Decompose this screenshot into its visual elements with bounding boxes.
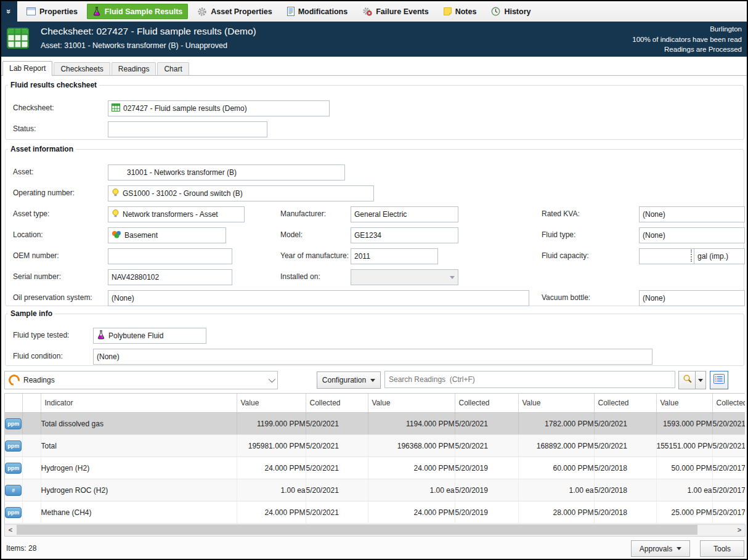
- year-of-manufacture-field[interactable]: 2011: [351, 248, 438, 264]
- toolbar-item-modifications[interactable]: Modifications: [282, 4, 354, 19]
- column-header-value[interactable]: Value: [368, 394, 455, 413]
- column-header-collected[interactable]: Collected: [455, 394, 518, 413]
- value-cell: 24.000 PPM: [368, 457, 455, 479]
- location-label: Location:: [13, 227, 43, 242]
- tools-button[interactable]: Tools: [700, 540, 744, 557]
- toolbar-item-label: Fluid Sample Results: [105, 7, 182, 16]
- table-row-total[interactable]: ppm Total 195981.000 PPM 5/20/2021 19636…: [5, 435, 745, 457]
- search-input[interactable]: [384, 371, 675, 388]
- toolbar-item-label: Asset Properties: [211, 7, 272, 16]
- operating-number-field[interactable]: GS1000 - 31002 - Ground switch (B): [108, 185, 374, 201]
- oem-number-field[interactable]: [108, 248, 232, 264]
- fluid-capacity-field[interactable]: [639, 248, 697, 264]
- readings-view-value: Readings: [23, 376, 55, 384]
- tab-lab-report[interactable]: Lab Report: [2, 61, 52, 76]
- table-row-hydrogen[interactable]: ppm Hydrogen (H2) 24.000 PPM 5/20/2021 2…: [5, 457, 745, 479]
- collected-cell: 5/20/2021: [306, 479, 368, 501]
- rated-kva-value: (None): [643, 210, 665, 219]
- value-cell: 28.000 PPM: [518, 501, 594, 524]
- collected-cell: 5/20/2021: [306, 435, 368, 457]
- collected-cell: 5/20/2021: [712, 413, 745, 435]
- configuration-button[interactable]: Configuration: [317, 371, 381, 389]
- unit-badge-number: #: [5, 485, 22, 496]
- serial-number-field[interactable]: NAV42880102: [108, 269, 232, 285]
- fluid-type-tested-value: Polybutene Fluid: [108, 331, 163, 340]
- chevrons-down-icon: »: [5, 9, 13, 14]
- vacuum-bottle-field[interactable]: (None): [639, 290, 745, 306]
- fluid-type-field[interactable]: (None): [639, 227, 745, 243]
- installed-on-dropdown[interactable]: [351, 269, 458, 285]
- serial-number-label: Serial number:: [13, 269, 61, 284]
- oil-preservation-system-value: (None): [112, 294, 134, 302]
- chevron-down-icon: [677, 547, 681, 550]
- scrollbar-thumb[interactable]: [17, 525, 697, 535]
- operating-number-value: GS1000 - 31002 - Ground switch (B): [123, 189, 243, 198]
- oil-preservation-system-field[interactable]: (None): [108, 290, 529, 306]
- toolbar-item-properties[interactable]: Properties: [21, 4, 83, 19]
- column-chooser-button[interactable]: [710, 371, 728, 389]
- column-header-collected[interactable]: Collected: [712, 394, 745, 413]
- toolbar-item-history[interactable]: History: [486, 4, 536, 19]
- column-header-value[interactable]: Value: [518, 394, 594, 413]
- collected-cell: 5/20/2021: [455, 413, 518, 435]
- collected-cell: 5/20/2018: [594, 479, 656, 501]
- value-cell: 60.000 PPM: [518, 457, 594, 479]
- scroll-left-button[interactable]: <: [5, 525, 16, 535]
- value-cell: 1.00 ea: [518, 479, 594, 501]
- search-options-button[interactable]: [695, 371, 706, 389]
- indicator-cell: Hydrogen ROC (H2): [41, 479, 237, 501]
- model-value: GE1234: [354, 231, 381, 240]
- toolbar-item-failure-events[interactable]: Failure Events: [357, 4, 434, 19]
- tab-readings[interactable]: Readings: [112, 62, 157, 75]
- asset-value: 31001 - Networks transformer (B): [127, 168, 237, 177]
- manufacturer-field[interactable]: General Electric: [351, 206, 458, 222]
- collected-cell: 5/20/2019: [455, 479, 518, 501]
- tab-chart[interactable]: Chart: [157, 62, 189, 75]
- table-row-total-dissolved-gas[interactable]: ppm Total dissolved gas 1199.000 PPM 5/2…: [5, 413, 745, 435]
- collapse-toolbar-button[interactable]: »: [1, 1, 17, 22]
- column-header-collected[interactable]: Collected: [594, 394, 656, 413]
- toolbar-item-asset-properties[interactable]: Asset Properties: [192, 4, 277, 20]
- toolbar-item-fluid-sample-results[interactable]: Fluid Sample Results: [87, 4, 188, 19]
- checksheet-field[interactable]: 027427 - Fluid sample results (Demo): [108, 100, 330, 116]
- readings-table: Indicator Value Collected Value Collecte…: [4, 393, 745, 525]
- value-cell: 24.000 PPM: [368, 501, 455, 524]
- collected-cell: 5/20/2021: [712, 435, 745, 457]
- approvals-button[interactable]: Approvals: [631, 540, 690, 557]
- rated-kva-label: Rated KVA:: [542, 206, 580, 221]
- fluid-capacity-unit-field[interactable]: gal (imp.): [694, 248, 745, 264]
- table-row-methane[interactable]: ppm Methane (CH4) 24.000 PPM 5/20/2021 2…: [5, 501, 745, 524]
- rated-kva-field[interactable]: (None): [639, 206, 745, 222]
- asset-type-label: Asset type:: [13, 206, 49, 221]
- unit-badge-ppm: ppm: [5, 440, 22, 452]
- fluid-type-tested-field[interactable]: Polybutene Fluid: [93, 328, 206, 344]
- indicator-cell: Hydrogen (H2): [41, 457, 237, 479]
- chevron-down-icon: [370, 379, 375, 382]
- tab-checksheets[interactable]: Checksheets: [54, 62, 110, 75]
- collected-cell: 5/20/2021: [306, 501, 368, 524]
- model-field[interactable]: GE1234: [351, 227, 458, 243]
- column-header-collected[interactable]: Collected: [306, 394, 368, 413]
- region-label: Burlington: [632, 24, 742, 34]
- year-of-manufacture-value: 2011: [354, 252, 370, 261]
- flask-icon: [92, 7, 101, 16]
- asset-field[interactable]: 31001 - Networks transformer (B): [108, 164, 345, 181]
- readings-view-dropdown[interactable]: Readings: [4, 371, 278, 389]
- flask-icon: [97, 330, 105, 341]
- table-row-hydrogen-roc[interactable]: # Hydrogen ROC (H2) 1.00 ea 5/20/2021 1.…: [5, 479, 745, 501]
- location-field[interactable]: Basement: [108, 227, 226, 243]
- column-header-indicator[interactable]: Indicator: [41, 394, 237, 413]
- status-field[interactable]: [108, 121, 267, 137]
- value-cell: 155151.000 PPM: [656, 435, 712, 457]
- toolbar-item-notes[interactable]: Notes: [438, 4, 482, 19]
- asset-type-field[interactable]: Network transformers - Asset: [108, 206, 245, 222]
- manufacturer-label: Manufacturer:: [280, 206, 326, 221]
- flag-cell: [22, 501, 41, 524]
- column-header-value[interactable]: Value: [237, 394, 306, 413]
- column-header-value[interactable]: Value: [656, 394, 712, 413]
- scroll-right-button[interactable]: >: [734, 525, 745, 535]
- horizontal-scrollbar[interactable]: < >: [4, 524, 746, 537]
- search-button[interactable]: [678, 371, 697, 389]
- indicator-cell: Total: [41, 435, 237, 457]
- fluid-condition-field[interactable]: (None): [93, 349, 652, 365]
